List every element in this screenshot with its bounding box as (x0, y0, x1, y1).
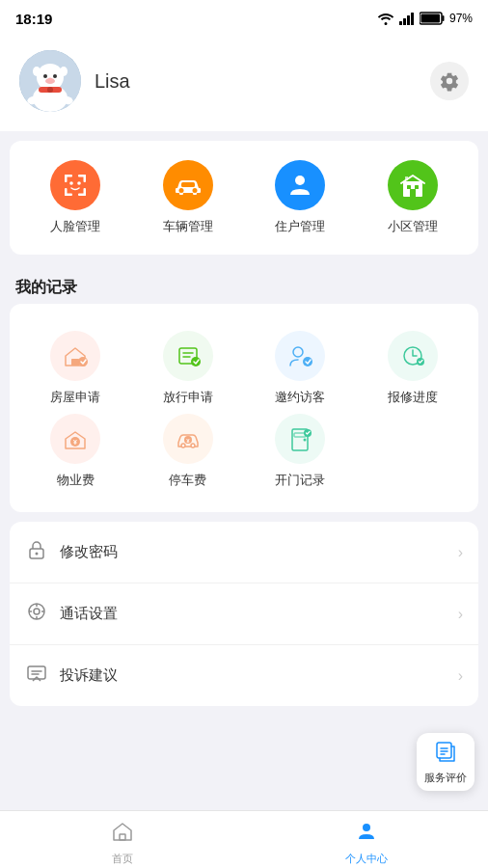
resident-management-item[interactable]: 住户管理 (244, 160, 357, 235)
gear-icon (439, 70, 460, 92)
menu-list: 修改密码 › 通话设置 › (10, 522, 478, 706)
svg-rect-38 (405, 176, 408, 180)
change-password-label: 修改密码 (60, 543, 118, 561)
resident-icon (286, 172, 313, 199)
property-fee-item[interactable]: ¥ 物业费 (19, 414, 132, 489)
feedback-item[interactable]: 投诉建议 › (10, 645, 478, 706)
profile-left: Lisa (19, 50, 130, 112)
username: Lisa (95, 70, 130, 93)
call-settings-label: 通话设置 (60, 605, 118, 623)
svg-point-12 (43, 74, 47, 78)
car-icon (174, 175, 203, 196)
feedback-left: 投诉建议 (25, 663, 118, 689)
svg-point-11 (60, 67, 68, 76)
house-icon (62, 342, 89, 369)
svg-point-62 (34, 609, 40, 614)
release-apply-item[interactable]: 放行申请 (132, 331, 245, 406)
chevron-right-icon-2: › (458, 606, 463, 623)
svg-point-40 (78, 357, 88, 366)
svg-rect-36 (415, 185, 419, 189)
parking-icon: ¥ (175, 425, 202, 452)
svg-point-30 (178, 188, 183, 193)
phone-settings-icon (25, 601, 48, 627)
records-card: 房屋申请 放行申请 (10, 304, 478, 512)
door-record-label: 开门记录 (275, 472, 325, 489)
svg-point-56 (304, 439, 307, 442)
svg-point-75 (363, 824, 370, 831)
house-apply-item[interactable]: 房屋申请 (19, 331, 132, 406)
svg-rect-39 (71, 359, 79, 366)
svg-point-51 (181, 444, 185, 448)
home-nav-label: 首页 (112, 852, 133, 866)
repair-progress-label: 报修进度 (388, 389, 438, 406)
svg-rect-24 (65, 175, 68, 182)
repair-progress-item[interactable]: 报修进度 (357, 331, 470, 406)
resident-icon-circle (275, 160, 325, 210)
battery-text: 97% (449, 12, 473, 25)
face-icon (62, 172, 89, 199)
svg-rect-25 (84, 175, 87, 182)
svg-rect-2 (407, 15, 410, 25)
svg-rect-5 (442, 15, 444, 21)
svg-rect-37 (410, 189, 416, 197)
svg-point-28 (69, 181, 73, 185)
svg-point-9 (37, 64, 64, 91)
property-icon-circle: ¥ (50, 414, 100, 464)
status-time: 18:19 (15, 11, 52, 27)
settings-button[interactable] (430, 62, 469, 100)
nav-home[interactable]: 首页 (0, 814, 244, 866)
resident-management-label: 住户管理 (275, 218, 325, 235)
svg-text:¥: ¥ (73, 439, 77, 446)
svg-rect-1 (403, 18, 406, 25)
car-icon-circle (163, 160, 213, 210)
svg-point-19 (48, 78, 52, 81)
svg-point-10 (33, 67, 41, 76)
signal-icon (399, 12, 415, 25)
chevron-right-icon-3: › (458, 667, 463, 685)
face-management-item[interactable]: 人脸管理 (19, 160, 132, 235)
svg-rect-0 (399, 21, 402, 25)
house-icon-circle (50, 331, 100, 381)
wifi-icon (377, 12, 394, 25)
bottom-nav: 首页 个人中心 (0, 810, 488, 868)
invite-visitor-label: 邀约访客 (275, 389, 325, 406)
svg-point-13 (53, 74, 57, 78)
svg-point-33 (295, 176, 305, 185)
invite-visitor-item[interactable]: 邀约访客 (244, 331, 357, 406)
release-apply-label: 放行申请 (163, 389, 213, 406)
profile-header: Lisa (0, 35, 488, 131)
nav-profile[interactable]: 个人中心 (244, 814, 488, 866)
door-record-item[interactable]: 开门记录 (244, 414, 357, 489)
svg-point-45 (293, 347, 303, 357)
records-section-title: 我的记录 (0, 264, 488, 302)
change-password-item[interactable]: 修改密码 › (10, 522, 478, 583)
visitor-icon-circle (275, 331, 325, 381)
svg-point-46 (303, 357, 312, 366)
property-icon: ¥ (62, 425, 89, 452)
svg-point-31 (192, 188, 197, 193)
car-management-item[interactable]: 车辆管理 (132, 160, 245, 235)
door-icon (286, 425, 313, 452)
home-nav-icon (111, 820, 134, 849)
svg-point-16 (47, 87, 53, 93)
community-management-label: 小区管理 (388, 218, 438, 235)
float-service-button[interactable]: 服务评价 (417, 733, 474, 791)
avatar-image (19, 50, 81, 112)
avatar (19, 50, 81, 112)
feedback-label: 投诉建议 (60, 666, 118, 685)
svg-rect-32 (181, 182, 195, 187)
car-management-label: 车辆管理 (163, 218, 213, 235)
community-icon (399, 172, 426, 199)
svg-point-52 (191, 444, 195, 448)
svg-rect-27 (84, 188, 87, 196)
property-fee-label: 物业费 (57, 472, 95, 489)
community-management-item[interactable]: 小区管理 (357, 160, 470, 235)
face-management-label: 人脸管理 (50, 218, 100, 235)
community-icon-circle (388, 160, 438, 210)
call-settings-item[interactable]: 通话设置 › (10, 583, 478, 645)
service-rating-icon (434, 740, 457, 768)
release-icon-circle (163, 331, 213, 381)
change-password-left: 修改密码 (25, 539, 118, 565)
svg-point-60 (36, 553, 39, 556)
parking-fee-item[interactable]: ¥ 停车费 (132, 414, 245, 489)
